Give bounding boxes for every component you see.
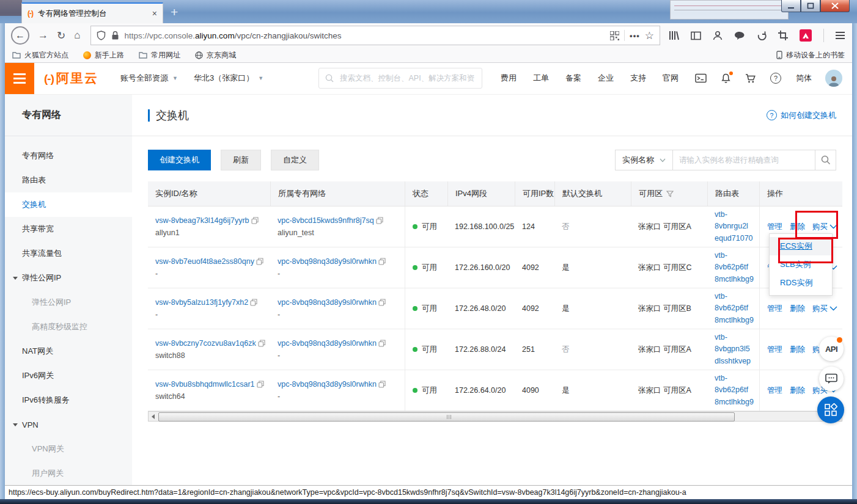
- create-vswitch-button[interactable]: 创建交换机: [148, 150, 211, 170]
- api-floating-button[interactable]: API: [819, 337, 844, 361]
- manage-link[interactable]: 管理: [767, 222, 782, 232]
- maximize-button[interactable]: [801, 0, 820, 12]
- copy-icon[interactable]: [251, 217, 259, 224]
- vswitch-id-link[interactable]: vsw-8vbu8sbhqdmwllc1csar1: [155, 380, 255, 389]
- nav-fee[interactable]: 费用: [501, 73, 517, 84]
- qr-code-icon[interactable]: [610, 31, 619, 40]
- nav-ticket[interactable]: 工单: [533, 73, 549, 84]
- route-table-link[interactable]: vtb-8vb62p6tf8mctlhkbg9: [715, 291, 759, 326]
- sidebar-item-customer-gateway[interactable]: 用户网关: [5, 461, 132, 486]
- sidebar-group-vpn[interactable]: VPN: [5, 412, 132, 437]
- menu-item-rds[interactable]: RDS实例: [770, 274, 832, 292]
- vswitch-id-link[interactable]: vsw-8vbczny7cozvu8av1q6zk: [155, 339, 256, 348]
- route-table-link[interactable]: vtb-8vb62p6tf8mctlhkbg9: [715, 250, 759, 285]
- vswitch-id-link[interactable]: vsw-8vby5alzu13fj1yfy7xh2: [155, 298, 248, 307]
- copy-icon[interactable]: [256, 258, 263, 265]
- instance-name-input[interactable]: [673, 150, 815, 170]
- sidebar-item-fine-monitor[interactable]: 高精度秒级监控: [5, 315, 132, 339]
- console-search-box[interactable]: [318, 68, 482, 89]
- sidebar-item-vpn-gateway[interactable]: VPN网关: [5, 437, 132, 461]
- close-button[interactable]: [820, 0, 850, 12]
- bookmark-item[interactable]: 京东商城: [195, 50, 236, 60]
- how-to-create-link[interactable]: ? 如何创建交换机: [767, 110, 836, 121]
- copy-icon[interactable]: [250, 299, 257, 306]
- minimize-button[interactable]: [781, 0, 801, 12]
- home-button[interactable]: ⌂: [74, 29, 80, 42]
- menu-item-ecs[interactable]: ECS实例: [770, 237, 832, 255]
- url-text[interactable]: https://vpc.console.aliyun.com/vpc/cn-zh…: [125, 31, 606, 40]
- bookmark-item[interactable]: 火狐官方站点: [12, 50, 68, 60]
- scrollbar-thumb[interactable]: [158, 412, 735, 422]
- chat-bubble-icon[interactable]: [734, 31, 745, 40]
- delete-link[interactable]: 删除: [790, 222, 805, 232]
- bookmark-item[interactable]: 新手上路: [83, 50, 124, 60]
- tracking-shield-icon[interactable]: [97, 31, 106, 40]
- feedback-floating-button[interactable]: [819, 367, 844, 391]
- delete-link[interactable]: 删除: [790, 385, 805, 396]
- notifications-bell-icon[interactable]: [721, 73, 731, 84]
- cloudshell-icon[interactable]: [695, 73, 707, 83]
- vpc-id-link[interactable]: vpc-8vbq98nq3d8y9sl0rwhkn: [278, 339, 377, 348]
- copy-icon[interactable]: [376, 217, 383, 224]
- user-avatar[interactable]: [825, 70, 842, 87]
- vpc-id-link[interactable]: vpc-8vbq98nq3d8y9sl0rwhkn: [278, 298, 377, 307]
- copy-icon[interactable]: [257, 381, 264, 388]
- vpc-id-link[interactable]: vpc-8vbq98nq3d8y9sl0rwhkn: [278, 380, 377, 389]
- language-selector[interactable]: 简体: [796, 73, 812, 84]
- sidebar-item-ipv6-translation[interactable]: IPv6转换服务: [5, 388, 132, 412]
- library-icon[interactable]: [669, 31, 679, 40]
- vpc-id-link[interactable]: vpc-8vbq98nq3d8y9sl0rwhkn: [278, 257, 377, 266]
- manage-link[interactable]: 管理: [767, 385, 782, 396]
- bookmark-item[interactable]: 常用网址: [139, 50, 180, 60]
- sidebar-item-data-plan[interactable]: 共享流量包: [5, 241, 132, 266]
- sidebar-item-shared-bandwidth[interactable]: 共享带宽: [5, 217, 132, 241]
- customize-button[interactable]: 自定义: [271, 150, 319, 170]
- route-table-link[interactable]: vtb-8vbgpn3l5dlsshtkvep: [715, 332, 759, 367]
- menu-icon[interactable]: [836, 30, 845, 41]
- nav-icp[interactable]: 备案: [565, 73, 581, 84]
- route-table-link[interactable]: vtb-8vb62p6tf8mctlhkbg9: [715, 373, 759, 408]
- manage-link[interactable]: 管理: [767, 304, 782, 314]
- search-button[interactable]: [815, 150, 836, 170]
- buy-dropdown[interactable]: 购买: [812, 304, 837, 314]
- mobile-bookmarks[interactable]: 移动设备上的书签: [776, 50, 845, 60]
- undo-icon[interactable]: [757, 31, 767, 40]
- copy-icon[interactable]: [378, 258, 386, 265]
- copy-icon[interactable]: [378, 299, 386, 306]
- sidebar-group-eip[interactable]: 弹性公网IP: [5, 266, 132, 290]
- nav-website[interactable]: 官网: [663, 73, 679, 84]
- mini-apps-floating-button[interactable]: [817, 396, 844, 423]
- copy-icon[interactable]: [378, 340, 386, 347]
- filter-field-select[interactable]: 实例名称: [615, 150, 673, 170]
- tab-close-icon[interactable]: ×: [152, 9, 157, 18]
- delete-link[interactable]: 删除: [790, 304, 805, 314]
- lock-icon[interactable]: [111, 31, 120, 40]
- console-search-input[interactable]: [339, 73, 476, 83]
- sidebar-item-eip[interactable]: 弹性公网IP: [5, 290, 132, 315]
- extension-icon[interactable]: [800, 29, 812, 42]
- crop-icon[interactable]: [778, 31, 788, 40]
- sidebar-item-vswitch[interactable]: 交换机: [5, 192, 132, 217]
- sidebar-item-vpc[interactable]: 专有网络: [5, 144, 132, 168]
- vswitch-id-link[interactable]: vsw-8vbeag7k3l14g6ij7yyrb: [155, 216, 249, 225]
- scroll-left-arrow[interactable]: [149, 412, 157, 421]
- buy-dropdown[interactable]: 购买: [812, 222, 837, 232]
- delete-link[interactable]: 删除: [790, 345, 805, 355]
- sidebar-toggle-icon[interactable]: [691, 31, 701, 40]
- horizontal-scrollbar[interactable]: [148, 411, 842, 422]
- sidebar-item-ipv6-gateway[interactable]: IPv6网关: [5, 363, 132, 388]
- back-button[interactable]: ←: [11, 26, 29, 45]
- vpc-id-link[interactable]: vpc-8vbcd15kwds9nfhr8j7sq: [278, 216, 374, 225]
- copy-icon[interactable]: [258, 340, 265, 347]
- forward-button[interactable]: →: [38, 29, 48, 42]
- menu-item-slb[interactable]: SLB实例: [770, 255, 832, 274]
- cart-icon[interactable]: [745, 73, 756, 84]
- new-tab-button[interactable]: +: [171, 5, 178, 20]
- vswitch-id-link[interactable]: vsw-8vb7euof4t8ae2ss80qny: [155, 257, 254, 266]
- nav-enterprise[interactable]: 企业: [598, 73, 614, 84]
- manage-link[interactable]: 管理: [767, 345, 782, 355]
- nav-support[interactable]: 支持: [630, 73, 646, 84]
- page-actions-icon[interactable]: •••: [630, 31, 640, 40]
- copy-icon[interactable]: [378, 381, 386, 388]
- route-table-link[interactable]: vtb-8vbnrgu2lequd71070: [715, 209, 759, 244]
